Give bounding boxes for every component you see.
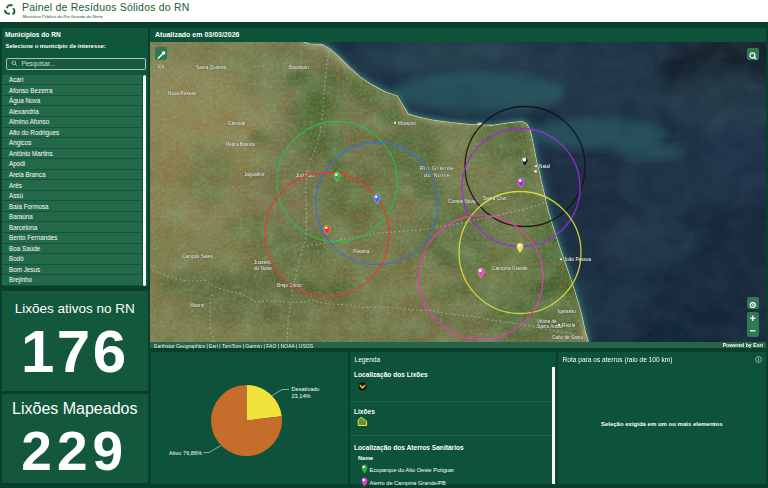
svg-text:Campina Grande: Campina Grande bbox=[492, 265, 528, 270]
svg-text:Canindé: Canindé bbox=[228, 120, 246, 125]
svg-text:Natal: Natal bbox=[539, 164, 550, 169]
svg-text:Santa Quitéria: Santa Quitéria bbox=[196, 64, 226, 69]
svg-text:Jaguaribe: Jaguaribe bbox=[244, 171, 265, 176]
svg-text:do Norte: do Norte bbox=[424, 172, 450, 178]
svg-text:João Pessoa: João Pessoa bbox=[564, 257, 591, 262]
svg-text:Nova Russas: Nova Russas bbox=[168, 90, 197, 95]
svg-text:Paraíba: Paraíba bbox=[353, 248, 370, 253]
svg-text:23,14%: 23,14% bbox=[291, 392, 310, 398]
svg-text:Desativado: Desativado bbox=[291, 386, 319, 392]
svg-text:Icó: Icó bbox=[158, 63, 165, 68]
svg-text:Pedra Branca: Pedra Branca bbox=[226, 142, 255, 147]
svg-text:Mossoró: Mossoró bbox=[398, 120, 416, 125]
svg-text:Campos Sales: Campos Sales bbox=[182, 253, 213, 258]
svg-text:Juazeiro: Juazeiro bbox=[254, 259, 272, 264]
svg-text:Vitória de: Vitória de bbox=[537, 318, 557, 323]
svg-text:Recife: Recife bbox=[562, 322, 576, 327]
svg-text:Cabo de Santo: Cabo de Santo bbox=[552, 334, 584, 339]
svg-text:Mauriti: Mauriti bbox=[190, 302, 204, 307]
svg-text:Ativo 76,86%: Ativo 76,86% bbox=[169, 450, 202, 456]
svg-text:Igarassu: Igarassu bbox=[558, 308, 576, 313]
svg-text:do Norte: do Norte bbox=[254, 265, 272, 270]
svg-text:Banabuiú: Banabuiú bbox=[289, 64, 309, 69]
